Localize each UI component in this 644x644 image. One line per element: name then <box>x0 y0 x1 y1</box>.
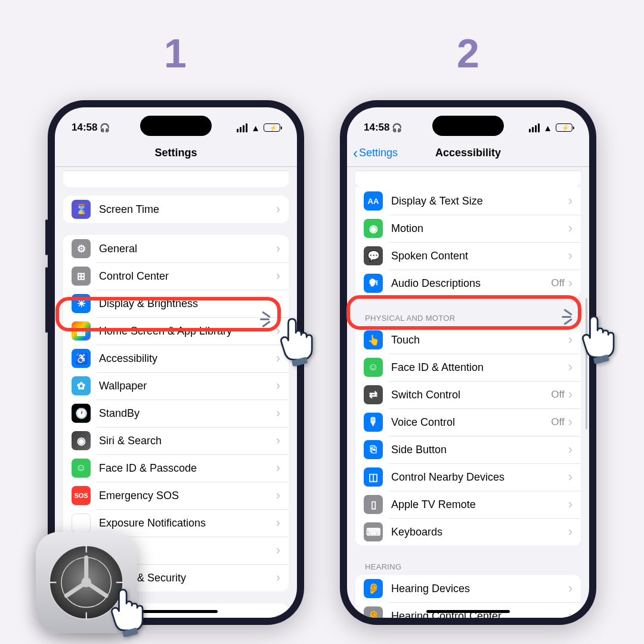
label: Emergency SOS <box>99 490 276 502</box>
label: General <box>99 243 276 255</box>
row-general[interactable]: ⚙ General › <box>63 235 289 262</box>
sun-icon: ☀ <box>72 294 91 313</box>
label: Control Center <box>99 270 276 283</box>
label: Touch <box>391 334 568 346</box>
motion-icon: ◉ <box>364 219 383 238</box>
row-control-center[interactable]: ⊞ Control Center › <box>63 262 289 290</box>
label: Home Screen & App Library <box>99 325 276 338</box>
label: Voice Control <box>391 416 551 429</box>
step-2-label: 2 <box>457 30 479 76</box>
page-title: Accessibility <box>435 147 501 159</box>
row-standby[interactable]: 🕐 StandBy › <box>63 400 289 427</box>
row-apple-tv-remote[interactable]: ▯ Apple TV Remote › <box>355 491 581 518</box>
home-indicator[interactable] <box>426 610 510 613</box>
nearby-icon: ◫ <box>364 467 383 487</box>
row-siri-search[interactable]: ◉ Siri & Search › <box>63 427 289 454</box>
click-effect-lines <box>564 302 594 332</box>
toggles-icon: ⊞ <box>72 267 91 286</box>
chevron-right-icon: › <box>568 193 572 209</box>
flower-icon: ✿ <box>72 376 91 395</box>
label: Exposure Notifications <box>99 517 276 530</box>
keyboard-icon: ⌨ <box>364 522 383 541</box>
nav-bar: Settings <box>55 140 297 167</box>
chevron-right-icon: › <box>568 275 572 291</box>
chevron-right-icon: › <box>276 515 280 531</box>
chevron-right-icon: › <box>276 241 280 256</box>
chevron-right-icon: › <box>568 221 572 236</box>
hourglass-icon: ⌛ <box>72 200 91 219</box>
chevron-right-icon: › <box>568 524 572 540</box>
chevron-right-icon: › <box>568 332 572 348</box>
gear-icon: ⚙ <box>72 239 91 258</box>
status-time: 14:58 <box>364 122 389 134</box>
chevron-right-icon: › <box>568 414 572 430</box>
label: Wallpaper <box>99 380 276 392</box>
row-switch-control[interactable]: ⇄ Switch Control Off › <box>355 381 581 408</box>
row-display-brightness[interactable]: ☀ Display & Brightness › <box>63 290 289 317</box>
label: Display & Brightness <box>99 298 276 310</box>
row-touch[interactable]: 👆 Touch › <box>355 326 581 354</box>
row-accessibility[interactable]: ♿ Accessibility › <box>63 345 289 372</box>
list-row-partial[interactable] <box>355 171 581 187</box>
wifi-icon: ▲︎ <box>543 123 552 133</box>
chevron-right-icon: › <box>276 609 280 618</box>
ear-cc-icon: 👂 <box>364 606 383 618</box>
phone-screen-2: 14:58 🎧 ▲︎ ⚡ ‹ Settings Accessibility AA… <box>347 107 589 618</box>
row-hearing-devices[interactable]: 👂 Hearing Devices › <box>355 575 581 602</box>
side-button-icon: ⎘ <box>364 440 383 459</box>
row-audio-descriptions[interactable]: 🗣 Audio Descriptions Off › <box>355 270 581 297</box>
headphones-icon: 🎧 <box>392 123 402 132</box>
label: StandBy <box>99 407 276 420</box>
value: Off <box>551 277 564 289</box>
row-display-text-size[interactable]: AA Display & Text Size › <box>355 187 581 215</box>
row-voice-control[interactable]: 🎙 Voice Control Off › <box>355 408 581 436</box>
row-screen-time[interactable]: ⌛ Screen Time › <box>63 196 289 223</box>
wifi-icon: ▲︎ <box>251 123 260 133</box>
row-spoken-content[interactable]: 💬 Spoken Content › <box>355 242 581 270</box>
ear-icon: 👂 <box>364 579 383 598</box>
row-home-screen[interactable]: ▦ Home Screen & App Library › <box>63 317 289 345</box>
chevron-right-icon: › <box>276 378 280 394</box>
row-face-id-attention[interactable]: ☺ Face ID & Attention › <box>355 354 581 381</box>
audio-desc-icon: 🗣 <box>364 274 383 293</box>
step-1-label: 1 <box>164 30 187 76</box>
value: Off <box>551 416 564 428</box>
label: Spoken Content <box>391 250 568 262</box>
cellular-icon <box>237 123 247 132</box>
settings-app-icon[interactable] <box>36 532 137 633</box>
row-control-nearby[interactable]: ◫ Control Nearby Devices › <box>355 463 581 491</box>
back-button[interactable]: ‹ Settings <box>353 146 398 160</box>
label: Switch Control <box>391 389 551 401</box>
section-hearing: HEARING <box>365 562 571 571</box>
chevron-right-icon: › <box>276 202 280 217</box>
chevron-right-icon: › <box>276 351 280 366</box>
label: Control Nearby Devices <box>391 471 568 484</box>
row-face-id[interactable]: ☺ Face ID & Passcode › <box>63 454 289 482</box>
nav-bar: ‹ Settings Accessibility <box>347 140 589 167</box>
list-row-partial[interactable] <box>63 171 289 187</box>
switch-icon: ⇄ <box>364 385 383 404</box>
home-indicator[interactable] <box>134 610 218 613</box>
cellular-icon <box>529 123 540 132</box>
chevron-right-icon: › <box>276 570 280 586</box>
chevron-right-icon: › <box>276 460 280 476</box>
chevron-right-icon: › <box>568 497 572 512</box>
row-side-button[interactable]: ⎘ Side Button › <box>355 436 581 463</box>
dynamic-island <box>140 116 212 136</box>
svg-point-12 <box>82 578 92 588</box>
page-title: Settings <box>154 147 197 159</box>
chevron-right-icon: › <box>568 387 572 402</box>
chevron-right-icon: › <box>568 248 572 264</box>
click-effect-lines <box>262 304 292 334</box>
speech-icon: 💬 <box>364 246 383 265</box>
row-emergency-sos[interactable]: SOS Emergency SOS › <box>63 482 289 509</box>
row-keyboards[interactable]: ⌨ Keyboards › <box>355 518 581 546</box>
accessibility-list: AA Display & Text Size › ◉ Motion › 💬 Sp… <box>347 167 589 618</box>
row-wallpaper[interactable]: ✿ Wallpaper › <box>63 372 289 400</box>
row-motion[interactable]: ◉ Motion › <box>355 215 581 242</box>
chevron-right-icon: › <box>276 488 280 503</box>
section-physical-motor: PHYSICAL AND MOTOR <box>365 314 571 323</box>
battery-icon: ⚡ <box>264 123 280 132</box>
chevron-right-icon: › <box>276 543 280 558</box>
label: Screen Time <box>99 203 276 216</box>
